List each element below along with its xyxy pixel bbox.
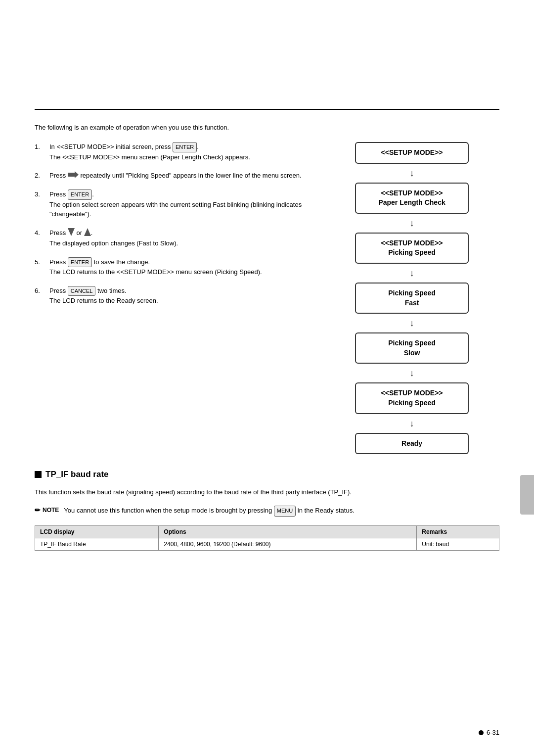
menu-key: MENU [274,506,296,517]
up-arrow-icon [84,228,91,239]
svg-marker-2 [84,228,91,236]
lcd-box-7-line1: Ready [401,439,422,447]
arrow-6: ↓ [410,419,414,428]
lcd-boxes-column: <<SETUP MODE>> ↓ <<SETUP MODE>> Paper Le… [324,142,499,454]
cell-options: 2400, 4800, 9600, 19200 (Default: 9600) [159,538,417,550]
step-4-content: Press or . The displayed option changes … [49,228,310,248]
lcd-box-5-line1: Picking Speed [388,339,436,347]
section-title: TP_IF baud rate [45,470,109,479]
step-1: 1. In <<SETUP MODE>> initial screen, pre… [35,142,310,162]
lcd-box-3-line2: Picking Speed [388,248,436,256]
intro-text: The following is an example of operation… [35,124,499,131]
page-number: 6-31 [479,729,499,736]
note-label: NOTE [43,507,59,514]
step-num-3: 3. [35,189,44,219]
step-3-content: Press ENTER. The option select screen ap… [49,189,310,219]
svg-marker-0 [68,171,79,178]
step-5-content: Press ENTER to save the change. The LCD … [49,257,310,277]
two-column-layout: 1. In <<SETUP MODE>> initial screen, pre… [35,142,499,454]
col-header-options: Options [159,525,417,538]
note-block: ✏ NOTE You cannot use this function when… [35,506,499,517]
lcd-box-3: <<SETUP MODE>> Picking Speed [355,233,469,264]
section-heading: TP_IF baud rate [35,469,499,479]
arrow-icon [68,171,79,181]
lcd-box-4-line1: Picking Speed [388,289,436,297]
step-num-5: 5. [35,257,44,277]
step-2-content: Press repeatedly until "Picking Speed" a… [49,171,310,181]
enter-key-3: ENTER [68,189,92,200]
steps-column: 1. In <<SETUP MODE>> initial screen, pre… [35,142,310,454]
enter-key-5: ENTER [68,257,92,268]
lcd-box-4: Picking Speed Fast [355,283,469,314]
note-icon: ✏ NOTE [35,506,59,514]
down-arrow-icon [68,228,75,239]
lcd-box-6: <<SETUP MODE>> Picking Speed [355,382,469,414]
lcd-box-2-line1: <<SETUP MODE>> [381,189,443,197]
cell-lcd: TP_IF Baud Rate [35,538,159,550]
step-num-1: 1. [35,142,44,162]
step-2: 2. Press repeatedly until "Picking Speed… [35,171,310,181]
pencil-icon: ✏ [35,506,41,514]
note-suffix: in the Ready status. [298,507,355,514]
cancel-key-6: CANCEL [68,286,96,296]
step-num-4: 4. [35,228,44,248]
table-row: TP_IF Baud Rate 2400, 4800, 9600, 19200 … [35,538,499,550]
arrow-3: ↓ [410,269,414,278]
cell-remarks: Unit: baud [417,538,499,550]
step-6: 6. Press CANCEL two times. The LCD retur… [35,286,310,306]
lcd-box-6-line1: <<SETUP MODE>> [381,389,443,397]
step-num-6: 6. [35,286,44,306]
step-1-content: In <<SETUP MODE>> initial screen, press … [49,142,310,162]
step-5: 5. Press ENTER to save the change. The L… [35,257,310,277]
lcd-box-1: <<SETUP MODE>> [355,142,469,164]
enter-key-1: ENTER [173,142,197,152]
note-body: You cannot use this function when the se… [64,507,272,514]
svg-marker-1 [68,228,75,236]
top-rule [35,109,499,110]
page-dot-icon [479,730,484,735]
col-header-remarks: Remarks [417,525,499,538]
section-square-icon [35,471,42,478]
arrow-4: ↓ [410,319,414,328]
lcd-box-7: Ready [355,433,469,455]
section-body: This function sets the baud rate (signal… [35,487,499,498]
step-num-2: 2. [35,171,44,181]
lcd-box-4-line2: Fast [405,299,419,307]
page-content: The following is an example of operation… [0,0,534,595]
lcd-box-3-line1: <<SETUP MODE>> [381,239,443,247]
side-tab [520,475,534,515]
arrow-2: ↓ [410,219,414,228]
step-6-content: Press CANCEL two times. The LCD returns … [49,286,310,306]
lcd-box-5: Picking Speed Slow [355,332,469,364]
lcd-box-6-line2: Picking Speed [388,399,436,407]
arrow-1: ↓ [410,169,414,178]
lcd-box-1-line1: <<SETUP MODE>> [381,148,443,156]
lcd-box-5-line2: Slow [404,349,420,357]
col-header-lcd: LCD display [35,525,159,538]
lcd-box-2: <<SETUP MODE>> Paper Length Check [355,183,469,214]
note-text: You cannot use this function when the se… [64,506,354,517]
step-4: 4. Press or . The displayed option c [35,228,310,248]
baud-rate-table: LCD display Options Remarks TP_IF Baud R… [35,525,499,551]
page-num-text: 6-31 [487,729,499,736]
arrow-5: ↓ [410,369,414,378]
lcd-box-2-line2: Paper Length Check [378,198,445,206]
step-3: 3. Press ENTER. The option select screen… [35,189,310,219]
